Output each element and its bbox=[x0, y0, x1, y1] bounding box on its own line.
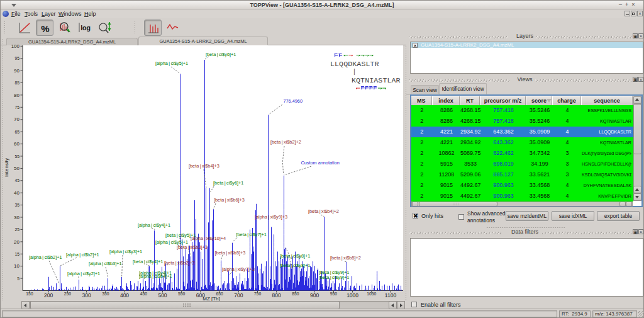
svg-text:[beta | ci$y4]+1: [beta | ci$y4]+1 bbox=[133, 259, 163, 264]
svg-text:950: 950 bbox=[330, 292, 338, 296]
svg-text:Custom annotation: Custom annotation bbox=[301, 160, 340, 166]
svg-text:200: 200 bbox=[44, 292, 53, 298]
svg-text:[beta | xi$b2]+2: [beta | xi$b2]+2 bbox=[270, 139, 301, 145]
svg-text:300: 300 bbox=[82, 292, 91, 298]
svg-text:[beta | ci$y8]+1: [beta | ci$y8]+1 bbox=[280, 263, 310, 268]
svg-text:[alpha | ci$b2]+1: [alpha | ci$b2]+1 bbox=[29, 254, 62, 260]
svg-text:500: 500 bbox=[158, 292, 167, 298]
svg-text:[beta | xi$b5]+2: [beta | xi$b5]+2 bbox=[330, 255, 361, 261]
svg-text:95: 95 bbox=[14, 56, 19, 60]
svg-text:450: 450 bbox=[140, 292, 148, 296]
svg-text:Intensity: Intensity bbox=[4, 158, 9, 177]
svg-text:350: 350 bbox=[102, 292, 109, 296]
svg-text:250: 250 bbox=[64, 292, 72, 296]
svg-text:776.4960: 776.4960 bbox=[284, 98, 303, 104]
svg-text:650: 650 bbox=[216, 292, 223, 296]
svg-text:70: 70 bbox=[14, 116, 19, 122]
svg-text:[beta | ci$y6]+1: [beta | ci$y6]+1 bbox=[206, 52, 236, 57]
svg-text:1050: 1050 bbox=[367, 292, 376, 296]
svg-text:750: 750 bbox=[254, 292, 262, 296]
svg-text:400: 400 bbox=[120, 292, 129, 298]
svg-text:90: 90 bbox=[14, 68, 19, 74]
svg-text:[alpha | ci$b4]+1: [alpha | ci$b4]+1 bbox=[139, 273, 172, 279]
svg-text:1000: 1000 bbox=[347, 292, 358, 298]
svg-text:[beta | xi$b6]+3: [beta | xi$b6]+3 bbox=[214, 197, 245, 203]
svg-text:[alpha | ci$y4]+1: [alpha | ci$y4]+1 bbox=[138, 222, 170, 228]
svg-text:30: 30 bbox=[14, 215, 19, 220]
svg-text:[beta | xi$b5]+3: [beta | xi$b5]+3 bbox=[215, 250, 246, 256]
svg-text:15: 15 bbox=[14, 252, 19, 256]
svg-text:[alpha | xi$y9]+3: [alpha | xi$y9]+3 bbox=[255, 214, 287, 220]
svg-text:[alpha | ci$b3]+1: [alpha | ci$b3]+1 bbox=[89, 261, 122, 266]
svg-text:[beta | xi$b2]+3: [beta | xi$b2]+3 bbox=[164, 260, 195, 266]
svg-text:[alpha | ci$y2]+1: [alpha | ci$y2]+1 bbox=[67, 271, 100, 276]
svg-text:85: 85 bbox=[14, 81, 19, 85]
svg-text:[beta | ci$y8]+1: [beta | ci$y8]+1 bbox=[280, 253, 310, 259]
svg-text:50: 50 bbox=[14, 166, 19, 171]
svg-text:[beta | xi$b3]+3: [beta | xi$b3]+3 bbox=[177, 244, 208, 250]
svg-text:LLQQDKASLTR: LLQQDKASLTR bbox=[330, 60, 379, 68]
svg-text:550: 550 bbox=[178, 292, 186, 296]
svg-text:[beta | ci$y6]+1: [beta | ci$y6]+1 bbox=[213, 180, 243, 186]
svg-text:40: 40 bbox=[14, 190, 19, 196]
svg-text:700: 700 bbox=[234, 292, 243, 298]
svg-text:45: 45 bbox=[14, 178, 19, 183]
svg-text:[alpha | ci$b2]+1: [alpha | ci$b2]+1 bbox=[66, 252, 99, 258]
svg-text:[alpha | xi$y7]+3: [alpha | xi$y7]+3 bbox=[222, 266, 255, 272]
svg-text:[beta | xi$b4]+2: [beta | xi$b4]+2 bbox=[308, 208, 339, 214]
svg-text:850: 850 bbox=[292, 292, 299, 296]
svg-text:65: 65 bbox=[14, 130, 19, 134]
svg-text:[alpha | xi$y10]+4: [alpha | xi$y10]+4 bbox=[191, 236, 226, 241]
svg-text:5: 5 bbox=[17, 276, 19, 281]
svg-text:[beta | ci$y7]+1: [beta | ci$y7]+1 bbox=[236, 232, 267, 237]
svg-text:KQTNIASTLAR: KQTNIASTLAR bbox=[352, 76, 401, 84]
svg-text:[alpha | ci$y5]+1: [alpha | ci$y5]+1 bbox=[155, 60, 188, 66]
svg-text:|: | bbox=[352, 67, 357, 76]
svg-text:150: 150 bbox=[26, 292, 33, 296]
svg-text:1100: 1100 bbox=[385, 292, 397, 298]
svg-text:75: 75 bbox=[14, 105, 19, 110]
svg-text:25: 25 bbox=[14, 227, 19, 232]
svg-text:[beta | ci$y9]+1: [beta | ci$y9]+1 bbox=[319, 275, 349, 280]
svg-text:[alpha | ci$y3]+1: [alpha | ci$y3]+1 bbox=[109, 249, 142, 254]
svg-text:800: 800 bbox=[272, 292, 281, 298]
svg-text:35: 35 bbox=[14, 203, 19, 207]
svg-text:60: 60 bbox=[14, 141, 19, 147]
svg-text:80: 80 bbox=[14, 93, 19, 98]
svg-text:100: 100 bbox=[11, 43, 20, 49]
svg-text:10: 10 bbox=[14, 263, 19, 269]
svg-text:20: 20 bbox=[14, 239, 19, 245]
svg-text:900: 900 bbox=[310, 292, 319, 298]
svg-text:55: 55 bbox=[14, 154, 19, 159]
svg-text:[beta | xi$b4]+3: [beta | xi$b4]+3 bbox=[189, 163, 219, 169]
